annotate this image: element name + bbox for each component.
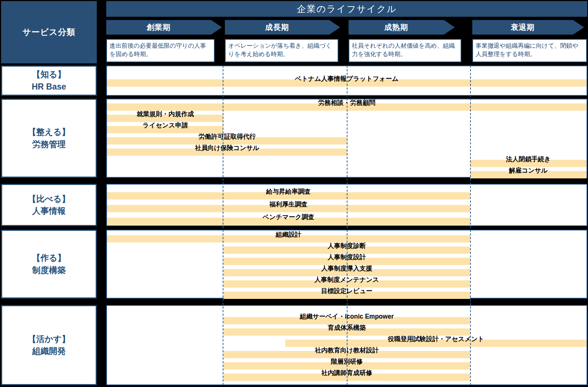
- row-category-label: 【活かす】組織開発: [1, 305, 97, 385]
- service-bar-label: 労務相談・労務顧問: [107, 98, 587, 107]
- row-category-label: 【知る】HR Base: [1, 66, 97, 96]
- phase-description-1: 進出前後の必要最低限の守りの人事を固める時期。: [106, 39, 215, 62]
- row-category-label: 【整える】労務管理: [1, 99, 97, 178]
- service-bar-label: 育成体系構築: [223, 323, 470, 332]
- phase-arrow-3: 成熟期: [349, 20, 455, 35]
- category-subname: 人事情報: [32, 205, 66, 217]
- row-category-label: 【作る】制度構築: [1, 230, 97, 299]
- service-bar-label: ライセンス申請: [107, 121, 223, 130]
- service-bar-label: 解雇コンサル: [470, 166, 587, 175]
- service-bar-label: 労働許可証取得代行: [107, 132, 347, 141]
- service-bar-label: 人事制度診断: [223, 241, 470, 250]
- category-subname: 組織開発: [32, 345, 66, 357]
- phase-description-3: 社員それぞれの人材価値を高め、組織力を強化する時期。: [349, 39, 461, 62]
- corner-header-service-category: サービス分類: [1, 1, 97, 63]
- service-bar-label: 組織設計: [107, 230, 470, 239]
- category-name: 【整える】: [28, 126, 70, 138]
- category-name: 【作る】: [32, 252, 66, 264]
- phase-description-2: オペレーションが落ち着き、組織づくりを考え始める時期。: [225, 39, 338, 62]
- row-category-label: 【比べる】人事情報: [1, 184, 97, 226]
- service-bar-label: 人事制度導入支援: [223, 264, 470, 273]
- service-bar-label: 人事制度設計: [223, 253, 470, 261]
- phase-description-4: 事業撤退や組織再編に向けて、閉鎖や人員整理をする時期。: [472, 39, 587, 62]
- category-name: 【知る】: [32, 68, 66, 80]
- service-bar-label: 福利厚生調査: [107, 200, 470, 209]
- category-name: 【比べる】: [28, 193, 70, 205]
- phase-arrow-1: 創業期: [106, 20, 222, 35]
- service-bar-label: 役職登用試験設計・アセスメント: [285, 335, 587, 343]
- category-subname: 労務管理: [32, 138, 66, 150]
- phase-arrow-4: 衰退期: [472, 20, 584, 35]
- service-bar-label: 就業規則・内規作成: [107, 110, 223, 118]
- service-bar-label: 社員向け保険コンサル: [107, 143, 347, 152]
- service-bar-label: 給与昇給率調査: [107, 187, 470, 196]
- category-name: 【活かす】: [28, 333, 70, 345]
- lifecycle-title-band: 企業のライフサイクル: [106, 1, 587, 17]
- category-subname: HR Base: [32, 81, 66, 93]
- service-bar-label: ベトナム人事情報プラットフォーム: [107, 74, 587, 83]
- service-bar-label: 人事制度メンテナンス: [223, 275, 470, 284]
- row-gantt-panel: 給与昇給率調査福利厚生調査ベンチマーク調査: [106, 184, 587, 226]
- service-bar-label: 社内講師育成研修: [223, 368, 470, 377]
- service-bar-label: ベンチマーク調査: [107, 213, 470, 221]
- service-bar-label: 法人閉鎖手続き: [470, 155, 587, 163]
- service-bar-label: 組織サーベイ・iconic Empower: [223, 312, 470, 321]
- phase-arrow-2: 成長期: [225, 20, 340, 35]
- category-subname: 制度構築: [32, 264, 66, 276]
- service-bar-label: 目標設定レビュー: [223, 287, 470, 295]
- service-bar-label: 階層別研修: [223, 357, 470, 366]
- service-lifecycle-diagram: サービス分類 企業のライフサイクル 創業期成長期成熟期衰退期 進出前後の必要最低…: [0, 0, 588, 387]
- service-bar-label: 社内教育向け教材設計: [223, 346, 470, 355]
